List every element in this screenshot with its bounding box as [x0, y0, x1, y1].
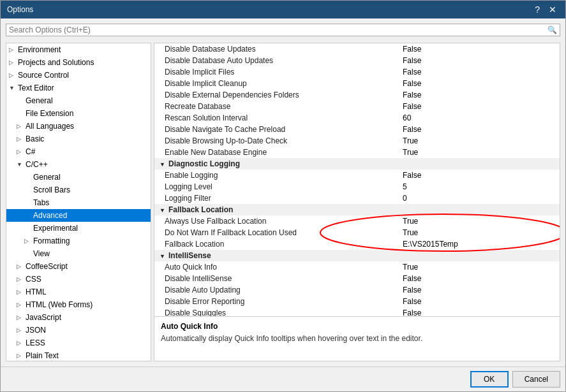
tree-label-json: JSON — [26, 326, 46, 335]
tree-item-cpp-general[interactable]: General — [6, 171, 151, 184]
search-bar: 🔍 — [6, 24, 560, 36]
property-row[interactable]: Always Use Fallback LocationTrue — [154, 215, 560, 227]
tree-item-javascript[interactable]: ▷JavaScript — [6, 311, 151, 324]
section-name: Diagnostic Logging — [168, 159, 240, 168]
tree-arrow-source-control: ▷ — [9, 72, 18, 78]
property-row[interactable]: Disable Navigate To Cache PreloadFalse — [154, 124, 560, 135]
property-name: Disable Implicit Cleanup — [154, 78, 398, 89]
tree-item-json[interactable]: ▷JSON — [6, 324, 151, 337]
property-name: Disable Browsing Up-to-Date Check — [154, 135, 398, 147]
property-row[interactable]: Disable External Dependencies FoldersFal… — [154, 89, 560, 101]
tree-item-html-web[interactable]: ▷HTML (Web Forms) — [6, 298, 151, 311]
property-row[interactable]: Disable Database Auto UpdatesFalse — [154, 55, 560, 66]
property-row[interactable]: Disable Auto UpdatingFalse — [154, 284, 560, 296]
property-name: Enable Logging — [154, 170, 398, 181]
tree-label-projects-solutions: Projects and Solutions — [18, 58, 94, 67]
property-value: False — [398, 170, 560, 181]
dialog-body: 🔍 ▷Environment▷Projects and Solutions▷So… — [1, 18, 565, 367]
property-row[interactable]: Fallback LocationE:\VS2015Temp — [154, 238, 560, 250]
tree-item-basic[interactable]: ▷Basic — [6, 133, 151, 145]
tree-item-scroll-bars[interactable]: Scroll Bars — [6, 184, 151, 196]
tree-arrow-javascript: ▷ — [17, 314, 26, 321]
tree-item-plain-text[interactable]: ▷Plain Text — [6, 349, 151, 361]
tree-arrow-all-languages: ▷ — [17, 123, 26, 129]
search-icon: 🔍 — [547, 25, 557, 34]
tree-label-basic: Basic — [26, 134, 44, 143]
properties-area: Disable Database UpdatesFalseDisable Dat… — [154, 43, 560, 316]
property-row[interactable]: Disable Implicit CleanupFalse — [154, 78, 560, 89]
property-row[interactable]: Auto Quick InfoTrue — [154, 261, 560, 273]
tree-label-all-languages: All Languages — [26, 122, 74, 131]
property-name: Logging Filter — [154, 192, 398, 204]
tree-arrow-cpp: ▼ — [17, 161, 26, 168]
tree-item-source-control[interactable]: ▷Source Control — [6, 69, 151, 82]
tree-item-tabs[interactable]: Tabs — [6, 196, 151, 209]
property-row[interactable]: Recreate DatabaseFalse — [154, 101, 560, 112]
property-row[interactable]: Disable Database UpdatesFalse — [154, 43, 560, 55]
tree-item-css[interactable]: ▷CSS — [6, 273, 151, 286]
property-row[interactable]: Disable Implicit FilesFalse — [154, 66, 560, 78]
property-row[interactable]: Disable Browsing Up-to-Date CheckTrue — [154, 135, 560, 147]
property-row[interactable]: Logging Filter0 — [154, 192, 560, 204]
tree-arrow-html: ▷ — [17, 289, 26, 295]
property-row[interactable]: Enable LoggingFalse — [154, 170, 560, 181]
tree-item-less[interactable]: ▷LESS — [6, 337, 151, 349]
help-button[interactable]: ? — [532, 4, 542, 15]
tree-label-general: General — [26, 96, 53, 105]
tree-item-all-languages[interactable]: ▷All Languages — [6, 120, 151, 133]
tree-label-plain-text: Plain Text — [26, 351, 59, 360]
property-value: False — [398, 55, 560, 66]
tree-item-formatting[interactable]: ▷Formatting — [6, 235, 151, 247]
property-row[interactable]: Rescan Solution Interval60 — [154, 112, 560, 124]
tree-item-coffeescript[interactable]: ▷CoffeeScript — [6, 260, 151, 273]
tree-item-text-editor[interactable]: ▼Text Editor — [6, 82, 151, 94]
tree-arrow-text-editor: ▼ — [9, 85, 18, 91]
tree-item-environment[interactable]: ▷Environment — [6, 43, 151, 56]
search-input[interactable] — [9, 25, 547, 34]
property-name: Disable External Dependencies Folders — [154, 89, 398, 101]
ok-button[interactable]: OK — [470, 371, 509, 388]
tree-label-coffeescript: CoffeeScript — [26, 262, 68, 271]
tree-item-experimental[interactable]: Experimental — [6, 222, 151, 235]
property-name: Disable Navigate To Cache Preload — [154, 124, 398, 135]
cancel-button[interactable]: Cancel — [512, 371, 560, 388]
tree-label-advanced: Advanced — [33, 211, 67, 220]
property-name: Disable Implicit Files — [154, 66, 398, 78]
property-row[interactable]: Enable New Database EngineTrue — [154, 147, 560, 158]
tree-item-projects-solutions[interactable]: ▷Projects and Solutions — [6, 56, 151, 69]
tree-arrow-projects-solutions: ▷ — [9, 59, 18, 66]
tree-item-cpp[interactable]: ▼C/C++ — [6, 158, 151, 171]
tree-arrow-html-web: ▷ — [17, 301, 26, 308]
property-row[interactable]: Disable IntelliSenseFalse — [154, 273, 560, 284]
tree-label-text-editor: Text Editor — [18, 83, 54, 92]
property-value: True — [398, 215, 560, 227]
info-panel: Auto Quick Info Automatically display Qu… — [154, 316, 560, 361]
tree-item-html[interactable]: ▷HTML — [6, 286, 151, 298]
tree-item-view[interactable]: View — [6, 247, 151, 260]
section-row: ▼ IntelliSense — [154, 250, 560, 261]
tree-label-scroll-bars: Scroll Bars — [33, 185, 70, 194]
tree-item-file-extension[interactable]: File Extension — [6, 107, 151, 120]
property-row[interactable]: Do Not Warn If Fallback Location UsedTru… — [154, 227, 560, 238]
tree-item-csharp[interactable]: ▷C# — [6, 145, 151, 158]
tree-label-javascript: JavaScript — [26, 313, 61, 322]
tree-arrow-plain-text: ▷ — [17, 352, 26, 359]
property-row[interactable]: Disable Error ReportingFalse — [154, 296, 560, 307]
tree-label-environment: Environment — [18, 45, 61, 54]
properties-scroll[interactable]: Disable Database UpdatesFalseDisable Dat… — [154, 43, 560, 316]
section-caret: ▼ — [160, 161, 168, 168]
tree-item-advanced[interactable]: Advanced — [6, 209, 151, 222]
property-row[interactable]: Logging Level5 — [154, 181, 560, 192]
section-row: ▼ Diagnostic Logging — [154, 158, 560, 170]
tree-label-html: HTML — [26, 287, 47, 296]
tree-arrow-csharp: ▷ — [17, 149, 26, 155]
property-value: E:\VS2015Temp — [398, 238, 560, 250]
close-button[interactable]: ✕ — [546, 4, 559, 15]
property-name: Always Use Fallback Location — [154, 215, 398, 227]
options-dialog: Options ? ✕ 🔍 ▷Environment▷Projects and … — [0, 0, 566, 392]
property-name: Recreate Database — [154, 101, 398, 112]
property-value: 5 — [398, 181, 560, 192]
property-row[interactable]: Disable SquigglesFalse — [154, 307, 560, 316]
tree-item-general[interactable]: General — [6, 94, 151, 107]
property-name: Rescan Solution Interval — [154, 112, 398, 124]
